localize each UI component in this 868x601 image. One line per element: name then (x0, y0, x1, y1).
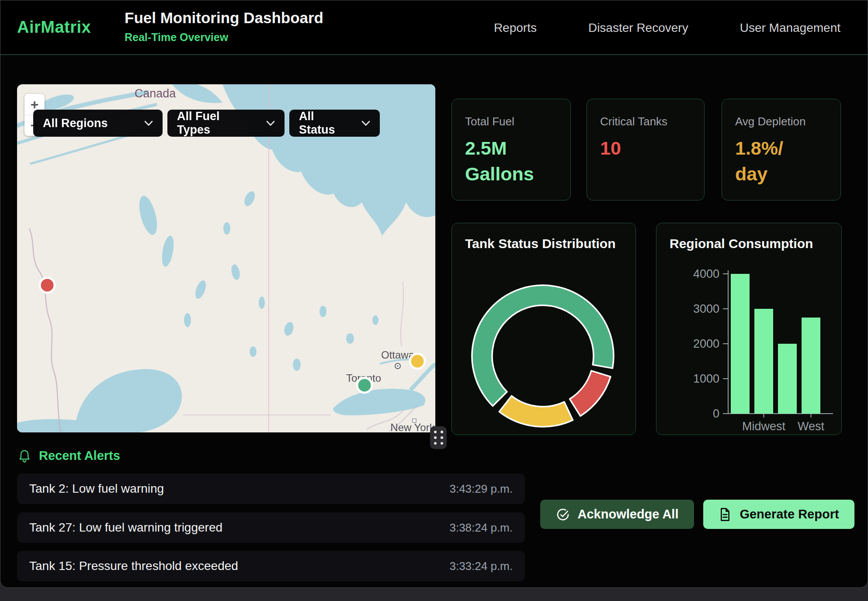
chevron-down-icon (361, 121, 370, 126)
check-circle-icon (556, 508, 570, 522)
main-nav: Reports Disaster Recovery User Managemen… (494, 0, 840, 55)
tank-status-distribution-card: Tank Status Distribution (451, 223, 636, 435)
tank-marker-normal[interactable] (357, 378, 372, 393)
svg-text:1000: 1000 (693, 372, 719, 385)
nav-item-user-management[interactable]: User Management (740, 21, 840, 35)
svg-text:2000: 2000 (693, 337, 719, 350)
svg-text:0: 0 (713, 407, 719, 420)
generate-report-button[interactable]: Generate Report (703, 500, 854, 529)
tank-status-donut-chart (452, 266, 636, 435)
panel-drag-handle[interactable] (430, 426, 447, 449)
kpi-label: Total Fuel (465, 115, 557, 128)
tank-marker-warning[interactable] (410, 354, 425, 369)
title-block: Fuel Monitoring Dashboard Real-Time Over… (125, 9, 323, 44)
kpi-label: Critical Tanks (600, 115, 691, 128)
acknowledge-all-label: Acknowledge All (578, 507, 679, 522)
alert-text: Tank 27: Low fuel warning triggered (29, 521, 222, 535)
regions-filter-dropdown[interactable]: All Regions (33, 110, 163, 137)
svg-text:4000: 4000 (693, 267, 719, 280)
fuel-map[interactable]: Canada Ottawa Toronto New York + − All R… (17, 84, 435, 432)
recent-alerts-header: Recent Alerts (19, 449, 120, 463)
status-filter-value: All Status (299, 110, 350, 137)
kpi-label: Avg Depletion (735, 115, 827, 128)
chart-title: Tank Status Distribution (465, 236, 615, 251)
chevron-down-icon (144, 121, 153, 126)
map-filters: All Regions All Fuel Types All Status (33, 110, 380, 137)
kpi-card-total-fuel: Total Fuel 2.5M Gallons (451, 99, 571, 200)
kpi-card-avg-depletion: Avg Depletion 1.8%/ day (722, 99, 841, 200)
kpi-value: 1.8%/ day (735, 135, 827, 187)
bell-icon (19, 449, 30, 463)
acknowledge-all-button[interactable]: Acknowledge All (540, 500, 694, 529)
nav-item-disaster-recovery[interactable]: Disaster Recovery (588, 21, 688, 35)
dashboard-frame: AirMatrix Fuel Monitoring Dashboard Real… (0, 0, 868, 588)
regional-consumption-bar-chart: 0 1000 2000 3000 4000 Midwest West (656, 223, 842, 435)
recent-alerts-title: Recent Alerts (39, 449, 120, 463)
map-label-new-york: New York (390, 421, 435, 432)
svg-text:3000: 3000 (693, 302, 719, 315)
fuel-types-filter-dropdown[interactable]: All Fuel Types (167, 110, 285, 137)
svg-text:Midwest: Midwest (742, 420, 786, 433)
alert-row[interactable]: Tank 2: Low fuel warning 3:43:29 p.m. (17, 473, 525, 504)
kpi-value: 10 (600, 135, 691, 161)
grip-dots-icon (434, 431, 443, 445)
report-document-icon (719, 508, 732, 522)
svg-text:West: West (798, 420, 825, 433)
regional-consumption-card: Regional Consumption 0 1000 2000 3000 40… (656, 223, 842, 435)
alert-text: Tank 15: Pressure threshold exceeded (29, 559, 238, 573)
alert-timestamp: 3:38:24 p.m. (449, 521, 513, 535)
tank-marker-critical[interactable] (40, 278, 55, 293)
alert-timestamp: 3:33:24 p.m. (449, 560, 513, 573)
page-subtitle: Real-Time Overview (125, 31, 323, 44)
regions-filter-value: All Regions (43, 117, 108, 130)
generate-report-label: Generate Report (740, 507, 839, 522)
top-nav-bar: AirMatrix Fuel Monitoring Dashboard Real… (0, 0, 868, 55)
chevron-down-icon (266, 121, 275, 126)
alert-text: Tank 2: Low fuel warning (29, 482, 164, 496)
brand-logo: AirMatrix (17, 18, 91, 37)
alert-row[interactable]: Tank 27: Low fuel warning triggered 3:38… (17, 512, 525, 543)
alert-row[interactable]: Tank 15: Pressure threshold exceeded 3:3… (17, 551, 525, 581)
alert-timestamp: 3:43:29 p.m. (449, 482, 513, 496)
fuel-types-filter-value: All Fuel Types (177, 110, 255, 137)
kpi-value: 2.5M Gallons (465, 135, 557, 187)
map-label-canada: Canada (135, 87, 177, 100)
nav-item-reports[interactable]: Reports (494, 21, 537, 35)
page-title: Fuel Monitoring Dashboard (125, 9, 323, 27)
kpi-card-critical-tanks: Critical Tanks 10 (587, 99, 705, 200)
status-filter-dropdown[interactable]: All Status (289, 110, 380, 137)
